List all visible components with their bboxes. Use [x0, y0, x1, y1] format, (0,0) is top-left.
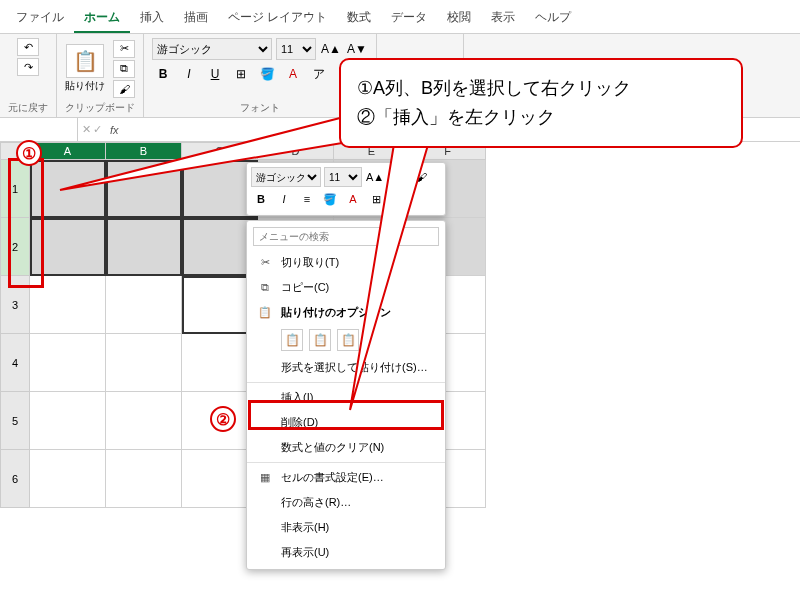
tab-insert[interactable]: 挿入 [130, 4, 174, 33]
col-header-D[interactable]: D [258, 142, 334, 160]
mini-font-name[interactable]: 游ゴシック [251, 167, 321, 187]
menu-insert[interactable]: 挿入(I) [247, 385, 445, 410]
fill-color-button[interactable]: 🪣 [256, 64, 278, 84]
mini-font-size[interactable]: 11 [324, 167, 362, 187]
mini-align[interactable]: ≡ [297, 190, 317, 208]
ribbon-group-clipboard: 📋 貼り付け ✂ ⧉ 🖌 クリップボード [57, 34, 144, 117]
mini-decrease-font[interactable]: A▼ [388, 168, 408, 186]
brush-icon: 🖌 [119, 83, 130, 95]
tab-pagelayout[interactable]: ページ レイアウト [218, 4, 337, 33]
row-header-3[interactable]: 3 [0, 276, 30, 334]
menu-hide[interactable]: 非表示(H) [247, 515, 445, 540]
menu-unhide[interactable]: 再表示(U) [247, 540, 445, 565]
cell-B5[interactable] [106, 392, 182, 450]
font-name-select[interactable]: 游ゴシック [152, 38, 272, 60]
copy-icon: ⧉ [257, 281, 273, 294]
menu-search [253, 227, 439, 246]
mini-bold[interactable]: B [251, 190, 271, 208]
cell-B3[interactable] [106, 276, 182, 334]
cell-B2[interactable] [106, 218, 182, 276]
context-menu: ✂切り取り(T) ⧉コピー(C) 📋貼り付けのオプション 📋 📋 📋 形式を選択… [246, 220, 446, 570]
paste-option-2[interactable]: 📋 [309, 329, 331, 351]
copy-button[interactable]: ⧉ [113, 60, 135, 78]
cell-A1[interactable] [30, 160, 106, 218]
clipboard-group-label: クリップボード [65, 101, 135, 115]
tab-formulas[interactable]: 数式 [337, 4, 381, 33]
menu-clear-label: 数式と値のクリア(N) [281, 440, 384, 455]
cut-button[interactable]: ✂ [113, 40, 135, 58]
menu-delete[interactable]: 削除(D) [247, 410, 445, 435]
mini-increase-font[interactable]: A▲ [365, 168, 385, 186]
paste-button[interactable]: 📋 [66, 44, 104, 78]
mini-fill[interactable]: 🪣 [320, 190, 340, 208]
col-header-B[interactable]: B [106, 142, 182, 160]
instruction-callout: ①A列、B列を選択して右クリック ②「挿入」を左クリック [339, 58, 743, 148]
font-size-select[interactable]: 11 [276, 38, 316, 60]
menu-copy-label: コピー(C) [281, 280, 329, 295]
redo-button[interactable]: ↷ [17, 58, 39, 76]
menu-cut-label: 切り取り(T) [281, 255, 339, 270]
cell-B6[interactable] [106, 450, 182, 508]
callout-line-1: ①A列、B列を選択して右クリック [357, 74, 725, 103]
menu-paste-special[interactable]: 形式を選択して貼り付け(S)… [247, 355, 445, 380]
name-box[interactable] [0, 118, 78, 141]
col-header-C[interactable]: C [182, 142, 258, 160]
tab-draw[interactable]: 描画 [174, 4, 218, 33]
mini-format-painter[interactable]: 🖌 [411, 168, 431, 186]
menu-cut[interactable]: ✂切り取り(T) [247, 250, 445, 275]
clipboard-icon: 📋 [73, 49, 98, 73]
italic-button[interactable]: I [178, 64, 200, 84]
tab-home[interactable]: ホーム [74, 4, 130, 33]
tab-file[interactable]: ファイル [6, 4, 74, 33]
mini-number-format[interactable]: % [389, 190, 409, 208]
menu-paste-options-header: 📋貼り付けのオプション [247, 300, 445, 325]
tab-help[interactable]: ヘルプ [525, 4, 581, 33]
bold-button[interactable]: B [152, 64, 174, 84]
format-painter-button[interactable]: 🖌 [113, 80, 135, 98]
menu-format-cells[interactable]: ▦セルの書式設定(E)… [247, 465, 445, 490]
ribbon-group-undo: ↶ ↷ 元に戻す [0, 34, 57, 117]
menu-copy[interactable]: ⧉コピー(C) [247, 275, 445, 300]
scissors-icon: ✂ [257, 256, 273, 269]
menu-row-height-label: 行の高さ(R)… [281, 495, 351, 510]
cell-A3[interactable] [30, 276, 106, 334]
menu-row-height[interactable]: 行の高さ(R)… [247, 490, 445, 515]
mini-italic[interactable]: I [274, 190, 294, 208]
menu-clear[interactable]: 数式と値のクリア(N) [247, 435, 445, 460]
cell-B1[interactable] [106, 160, 182, 218]
underline-button[interactable]: U [204, 64, 226, 84]
font-color-button[interactable]: A [282, 64, 304, 84]
menu-search-input[interactable] [253, 227, 439, 246]
mini-border[interactable]: ⊞ [366, 190, 386, 208]
annotation-circle-2: ② [210, 406, 236, 432]
menu-format-cells-label: セルの書式設定(E)… [281, 470, 384, 485]
row-header-4[interactable]: 4 [0, 334, 30, 392]
mini-toolbar: 游ゴシック 11 A▲ A▼ 🖌 B I ≡ 🪣 A ⊞ % [246, 162, 446, 216]
paste-option-3[interactable]: 📋 [337, 329, 359, 351]
row-header-2[interactable]: 2 [0, 218, 30, 276]
menu-paste-special-label: 形式を選択して貼り付け(S)… [281, 360, 428, 375]
row-header-5[interactable]: 5 [0, 392, 30, 450]
fx-icon[interactable]: fx [106, 124, 123, 136]
cell-A2[interactable] [30, 218, 106, 276]
border-button[interactable]: ⊞ [230, 64, 252, 84]
decrease-font-button[interactable]: A▼ [346, 39, 368, 59]
mini-font-color[interactable]: A [343, 190, 363, 208]
phonetic-button[interactable]: ア [308, 64, 330, 84]
cell-A5[interactable] [30, 392, 106, 450]
row-header-1[interactable]: 1 [0, 160, 30, 218]
increase-font-button[interactable]: A▲ [320, 39, 342, 59]
tab-view[interactable]: 表示 [481, 4, 525, 33]
undo-button[interactable]: ↶ [17, 38, 39, 56]
row-header-6[interactable]: 6 [0, 450, 30, 508]
tab-review[interactable]: 校閲 [437, 4, 481, 33]
cell-A4[interactable] [30, 334, 106, 392]
tab-data[interactable]: データ [381, 4, 437, 33]
cell-A6[interactable] [30, 450, 106, 508]
cancel-formula-icon[interactable]: ✕ [82, 123, 91, 136]
accept-formula-icon[interactable]: ✓ [93, 123, 102, 136]
paste-option-1[interactable]: 📋 [281, 329, 303, 351]
paste-options-row: 📋 📋 📋 [247, 325, 445, 355]
cell-B4[interactable] [106, 334, 182, 392]
format-icon: ▦ [257, 471, 273, 484]
